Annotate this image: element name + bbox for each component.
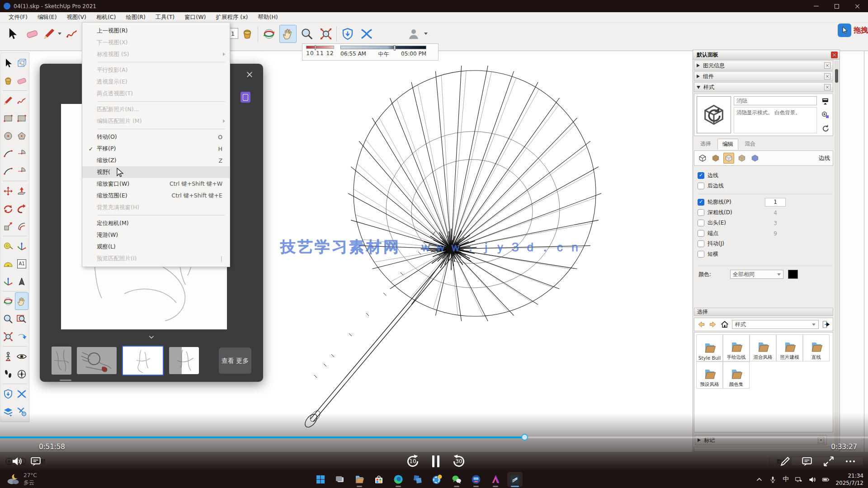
zoom-window-tool[interactable]	[15, 310, 28, 328]
thumbnail-4[interactable]	[169, 347, 199, 374]
progress-handle[interactable]	[521, 434, 528, 441]
thumbnail-3-selected[interactable]	[122, 346, 164, 375]
section-components[interactable]: 组件	[694, 71, 833, 81]
panel-scrollbar[interactable]	[835, 61, 839, 445]
rotate-tool[interactable]	[1, 200, 15, 217]
paint-bucket-tool[interactable]	[1, 72, 15, 89]
pan-tool-button[interactable]	[279, 25, 297, 43]
edge-settings-icon[interactable]	[697, 153, 708, 164]
check-edges[interactable]: 边线	[698, 170, 833, 181]
menu-item-previous-view[interactable]: 上一视图(R)	[82, 25, 230, 37]
update-style-icon[interactable]	[821, 124, 830, 132]
minimize-button[interactable]	[806, 0, 826, 12]
home-icon[interactable]	[720, 320, 729, 329]
menu-window[interactable]: 窗口(W)	[179, 13, 211, 22]
style-name-input[interactable]: 消隐	[734, 96, 817, 105]
shadow-date-slider[interactable]	[306, 46, 334, 49]
weather-widget[interactable]: 27°C 多云	[6, 472, 37, 486]
menu-item-field-of-view[interactable]: 视野(	[82, 166, 230, 178]
section-entity-info[interactable]: 图元信息	[694, 61, 833, 70]
speaker-icon[interactable]	[808, 476, 816, 483]
background-settings-icon[interactable]	[723, 153, 734, 164]
scale-tool[interactable]	[1, 217, 15, 235]
extension-shield-button[interactable]	[339, 25, 356, 43]
start-button[interactable]	[313, 472, 328, 487]
tab-mix[interactable]: 混合	[740, 139, 760, 150]
watermark-settings-icon[interactable]	[736, 153, 747, 164]
check-profiles[interactable]: 轮廓线(P)1	[698, 197, 833, 207]
volume-icon[interactable]	[11, 455, 23, 467]
3d-text-tool[interactable]	[15, 272, 28, 290]
fullscreen-icon[interactable]	[823, 455, 835, 467]
zoom-tool[interactable]	[1, 310, 15, 328]
style-folder[interactable]: Style Buil	[696, 334, 723, 361]
push-pull-tool[interactable]	[15, 182, 28, 200]
check-depth-cue[interactable]: 深粗线(D)4	[698, 207, 833, 218]
line-tool[interactable]	[1, 92, 15, 109]
orbit-tool-button[interactable]	[260, 25, 278, 43]
style-folder[interactable]: 照片建模	[776, 334, 803, 361]
tab-edit[interactable]: 编辑	[717, 139, 738, 150]
text-tool[interactable]: A1	[15, 255, 28, 272]
microphone-icon[interactable]	[769, 476, 777, 483]
select-tool-button[interactable]	[4, 25, 21, 43]
task-view-button[interactable]	[332, 472, 348, 487]
clock[interactable]: 21:34 2025/7/12	[835, 472, 863, 487]
thumbnail-2[interactable]	[77, 347, 117, 374]
account-caret[interactable]	[424, 33, 428, 35]
extension-layers-tool[interactable]	[1, 403, 15, 420]
check-extension[interactable]: 出头(E)3	[698, 218, 833, 228]
tape-measure-tool[interactable]	[1, 237, 15, 255]
menu-extensions[interactable]: 扩展程序 (x)	[211, 13, 253, 22]
section-close-icon[interactable]	[824, 84, 830, 90]
style-folder[interactable]: 颜色集	[723, 361, 750, 389]
menu-item-orbit[interactable]: 转动(O)O	[82, 131, 230, 143]
zoom-extents-button[interactable]	[317, 25, 335, 43]
video-progress-bar[interactable]	[0, 436, 868, 438]
network-icon[interactable]	[795, 476, 802, 483]
arc-tool[interactable]	[1, 145, 15, 162]
style-folder[interactable]: 预设风格	[696, 361, 723, 389]
sketchup-taskbar-button[interactable]	[507, 472, 523, 487]
extension-gear-tool[interactable]	[15, 403, 28, 420]
wechat-button[interactable]	[449, 472, 464, 487]
extension-wave-button[interactable]	[358, 25, 375, 43]
modeling-settings-icon[interactable]	[750, 153, 760, 164]
style-description[interactable]: 消隐显示模式。 白色背景。	[734, 107, 817, 133]
circle-tool[interactable]	[1, 127, 15, 145]
dimension-tool[interactable]	[15, 237, 28, 255]
store-button[interactable]	[371, 472, 387, 487]
axes-tool[interactable]	[1, 272, 15, 290]
check-back-edges[interactable]: 后边线	[698, 181, 833, 191]
thumbnail-1[interactable]	[52, 347, 71, 375]
section-styles[interactable]: 样式	[694, 82, 833, 92]
menu-help[interactable]: 帮助(H)	[253, 13, 283, 22]
style-folder[interactable]: 混合风格	[750, 334, 776, 361]
panel-close-icon[interactable]	[831, 52, 838, 58]
file-explorer-button[interactable]	[352, 472, 367, 487]
zoom-tool-button[interactable]	[298, 25, 316, 43]
freehand-tool[interactable]	[15, 92, 28, 109]
menu-item-walk[interactable]: 漫游(W)	[82, 229, 230, 241]
tab-select[interactable]: 选择	[696, 139, 716, 150]
follow-me-tool[interactable]	[15, 200, 28, 217]
freehand-tool-button[interactable]	[63, 25, 80, 43]
account-button[interactable]	[405, 25, 422, 43]
pause-button[interactable]	[432, 455, 439, 467]
menu-item-zoom-window[interactable]: 缩放窗口(W)Ctrl 键+Shift 键+W	[82, 178, 230, 190]
menu-draw[interactable]: 绘图(R)	[121, 13, 150, 22]
rectangle-tool[interactable]	[1, 109, 15, 127]
check-dashes[interactable]: 短横	[698, 249, 833, 259]
media-app-button[interactable]	[468, 472, 484, 487]
eraser-tool[interactable]	[15, 72, 28, 89]
make-component-tool[interactable]	[15, 54, 28, 72]
line-tool-caret[interactable]	[58, 33, 61, 35]
design-app-button[interactable]	[488, 472, 503, 487]
menu-item-zoom-extents[interactable]: 缩放范围(E)Ctrl 键+Shift 键+E	[82, 190, 230, 202]
protractor-tool[interactable]	[1, 255, 15, 272]
close-button[interactable]	[847, 0, 868, 12]
pie-filled-tool[interactable]	[15, 162, 28, 180]
menu-tools[interactable]: 工具(T)	[151, 13, 179, 22]
menu-edit[interactable]: 编辑(E)	[33, 13, 62, 22]
pan-tool[interactable]	[15, 292, 28, 310]
